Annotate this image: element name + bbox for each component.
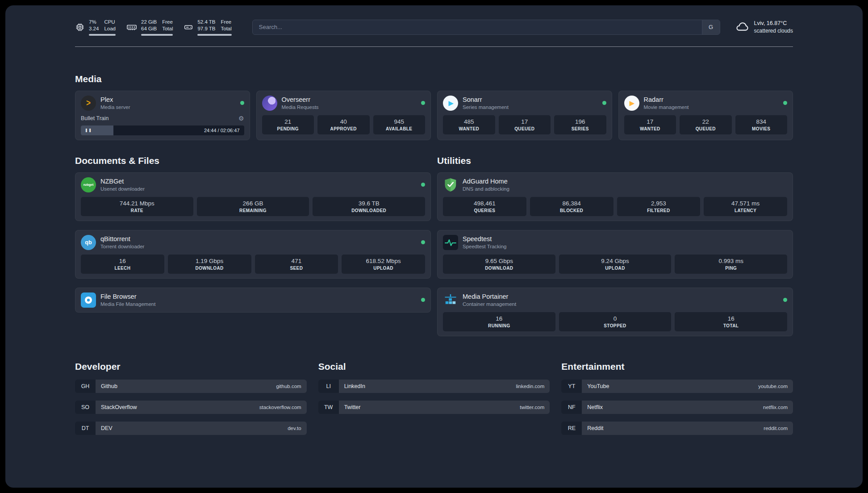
status-dot xyxy=(421,183,425,187)
cpu-percent: 7% xyxy=(89,19,99,25)
memory-free-value: 22 GiB xyxy=(141,19,157,25)
cpu-usage-bar xyxy=(89,34,116,36)
stat-label: QUEUED xyxy=(681,126,730,131)
gear-icon[interactable]: ⚙ xyxy=(238,115,244,122)
status-dot xyxy=(240,101,244,105)
stat-value: 1.19 Gbps xyxy=(170,258,250,264)
plex-icon: > xyxy=(81,96,96,111)
playback-progress-bar[interactable]: ❚❚ 24:44 / 02:06:47 xyxy=(81,125,244,135)
bookmark-name: Netflix xyxy=(587,404,603,410)
service-name: Overseerr xyxy=(282,96,319,104)
search-bar: G xyxy=(252,20,720,35)
search-provider-button[interactable]: G xyxy=(702,20,720,34)
status-dot xyxy=(421,101,425,105)
stat-value: 0 xyxy=(561,315,670,322)
stat-label: DOWNLOADED xyxy=(314,208,423,213)
developer-section: Developer GH Github github.com SO StackO… xyxy=(75,361,307,435)
playback-time: 24:44 / 02:06:47 xyxy=(204,128,240,133)
stat-label: QUERIES xyxy=(445,208,525,213)
stat-tile: 0.993 ms PING xyxy=(675,255,787,274)
adguard-icon xyxy=(443,177,458,192)
stat-tile: 485 WANTED xyxy=(443,115,495,134)
stat-tile: 16 RUNNING xyxy=(443,312,555,331)
total-label: Total xyxy=(162,25,173,32)
bookmark-name: Twitter xyxy=(344,404,361,410)
stat-value: 9.65 Gbps xyxy=(445,258,554,264)
filebrowser-logo-disc xyxy=(85,297,92,304)
bookmark-name: DEV xyxy=(101,425,113,431)
pause-icon[interactable]: ❚❚ xyxy=(85,128,92,132)
cpu-load-value: 3.24 xyxy=(89,25,99,32)
bookmark-url: twitter.com xyxy=(520,405,544,410)
stat-tile: 39.6 TB DOWNLOADED xyxy=(313,197,425,216)
disk-values: 52.4 TB 97.9 TB xyxy=(197,19,215,32)
stat-value: 945 xyxy=(375,118,424,125)
stat-tile: 16 LEECH xyxy=(81,255,164,274)
bookmark-name: Reddit xyxy=(587,425,603,431)
bookmark-reddit[interactable]: RE Reddit reddit.com xyxy=(561,422,793,435)
filebrowser-icon xyxy=(81,292,96,308)
bookmark-abbr: SO xyxy=(75,401,96,414)
stat-label: REMAINING xyxy=(199,208,308,213)
stat-tile: 498,461 QUERIES xyxy=(443,197,526,216)
qbittorrent-icon: qb xyxy=(81,235,96,250)
free-label: Free xyxy=(162,19,173,25)
stat-tile: 1.19 Gbps DOWNLOAD xyxy=(168,255,251,274)
service-card-radarr[interactable]: ▶ Radarr Movie management 17 WANTED xyxy=(618,91,793,140)
stat-value: 618.52 Mbps xyxy=(343,258,423,264)
bookmark-linkedin[interactable]: LI LinkedIn linkedin.com xyxy=(318,380,550,393)
stat-tile: 0 STOPPED xyxy=(559,312,672,331)
top-bar: 7% 3.24 CPU Load xyxy=(75,19,793,36)
stat-tile: 22 QUEUED xyxy=(680,115,732,134)
bookmark-stackoverflow[interactable]: SO StackOverflow stackoverflow.com xyxy=(75,401,307,414)
stat-value: 17 xyxy=(626,118,675,125)
bookmark-abbr: TW xyxy=(318,401,339,414)
bookmark-github[interactable]: GH Github github.com xyxy=(75,380,307,393)
service-card-adguard[interactable]: AdGuard Home DNS and adblocking 498,461 … xyxy=(437,172,793,221)
stat-label: MOVIES xyxy=(737,126,786,131)
weather-condition: scattered clouds xyxy=(754,27,793,34)
stat-label: DOWNLOAD xyxy=(170,266,250,271)
search-input[interactable] xyxy=(253,20,702,34)
plex-chevron-glyph: > xyxy=(86,98,91,108)
bookmark-youtube[interactable]: YT YouTube youtube.com xyxy=(561,380,793,393)
radarr-icon: ▶ xyxy=(624,96,639,111)
status-dot xyxy=(421,298,425,302)
stat-label: APPROVED xyxy=(319,126,368,131)
bookmark-twitter[interactable]: TW Twitter twitter.com xyxy=(318,401,550,414)
service-card-filebrowser[interactable]: File Browser Media File Management xyxy=(75,288,431,313)
stat-tile: 196 SERIES xyxy=(554,115,606,134)
status-dot xyxy=(602,101,606,105)
stat-tile: 21 PENDING xyxy=(262,115,314,134)
service-card-nzbget[interactable]: nzbget NZBGet Usenet downloader 744.21 M… xyxy=(75,172,431,221)
bookmark-name: Github xyxy=(101,383,117,389)
bookmark-netflix[interactable]: NF Netflix netflix.com xyxy=(561,401,793,414)
stat-tile: 40 APPROVED xyxy=(317,115,370,134)
status-dot xyxy=(421,240,425,244)
stat-tile: 618.52 Mbps UPLOAD xyxy=(342,255,425,274)
service-card-speedtest[interactable]: Speedtest Speedtest Tracking 9.65 Gbps D… xyxy=(437,230,793,279)
stat-value: 40 xyxy=(319,118,368,125)
service-card-overseerr[interactable]: Overseerr Media Requests 21 PENDING 40 A… xyxy=(256,91,431,140)
stat-value: 266 GB xyxy=(199,200,308,207)
stat-value: 47.571 ms xyxy=(705,200,785,207)
stat-value: 471 xyxy=(257,258,337,264)
service-desc: Series management xyxy=(463,104,509,111)
bookmark-abbr: GH xyxy=(75,380,96,393)
cpu-values: 7% 3.24 xyxy=(89,19,99,32)
service-card-qbittorrent[interactable]: qb qBittorrent Torrent downloader 16 LEE… xyxy=(75,230,431,279)
service-card-sonarr[interactable]: ▶ Sonarr Series management 485 WANTED xyxy=(437,91,612,140)
service-card-plex[interactable]: > Plex Media server Bullet Train ⚙ xyxy=(75,91,250,140)
overseerr-icon xyxy=(262,96,277,111)
documents-section: Documents & Files nzbget NZBGet Usenet d… xyxy=(75,155,431,313)
bookmark-dev[interactable]: DT DEV dev.to xyxy=(75,422,307,435)
dashboard: 7% 3.24 CPU Load xyxy=(5,5,863,488)
bookmark-name: LinkedIn xyxy=(344,383,365,389)
service-desc: Container management xyxy=(463,301,516,308)
stat-value: 86,384 xyxy=(532,200,612,207)
bookmark-url: youtube.com xyxy=(758,384,788,389)
weather-widget: Lviv, 16.87°C scattered clouds xyxy=(735,20,793,34)
entertainment-section: Entertainment YT YouTube youtube.com NF … xyxy=(561,361,793,435)
service-card-portainer[interactable]: Media Portainer Container management 16 … xyxy=(437,288,793,336)
memory-widget: 22 GiB 64 GiB Free Total xyxy=(126,19,173,36)
